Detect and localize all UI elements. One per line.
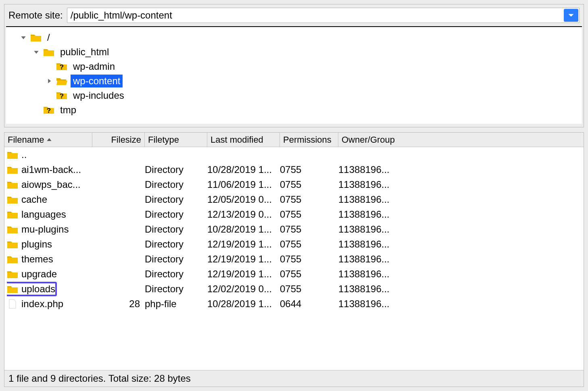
cell-filename: cache xyxy=(7,194,92,205)
filename-text: .. xyxy=(21,149,27,160)
cell-filename: upgrade xyxy=(7,268,92,280)
folder-icon xyxy=(30,33,42,42)
cell-owner: 11388196... xyxy=(338,254,399,265)
cell-lastmodified: 12/05/2019 0... xyxy=(207,194,280,205)
cell-filetype: Directory xyxy=(145,224,207,235)
tree-node-label: wp-content xyxy=(71,75,123,87)
tree-node[interactable]: / xyxy=(6,30,582,45)
path-dropdown-button[interactable] xyxy=(564,9,578,22)
cell-filename: themes xyxy=(7,254,92,265)
tree-node[interactable]: ?wp-includes xyxy=(6,88,582,103)
cell-filetype: Directory xyxy=(145,268,207,280)
table-row[interactable]: pluginsDirectory12/19/2019 1...075511388… xyxy=(4,237,584,252)
disclosure-down-icon[interactable] xyxy=(33,48,40,56)
remote-site-label: Remote site: xyxy=(8,10,63,21)
cell-filesize: 28 xyxy=(92,298,145,310)
cell-lastmodified: 12/13/2019 0... xyxy=(207,209,280,220)
cell-permissions: 0755 xyxy=(280,209,338,220)
folder-icon xyxy=(7,150,18,160)
disclosure-down-icon[interactable] xyxy=(20,34,27,41)
cell-lastmodified: 12/19/2019 1... xyxy=(207,254,280,265)
cell-permissions: 0755 xyxy=(280,164,338,175)
cell-owner: 11388196... xyxy=(338,298,399,310)
cell-permissions: 0755 xyxy=(280,268,338,280)
tree-node[interactable]: public_html xyxy=(6,45,582,59)
cell-filename: index.php xyxy=(7,298,92,310)
status-bar: 1 file and 9 directories. Total size: 28… xyxy=(4,370,584,387)
folder-icon xyxy=(43,47,54,57)
svg-text:?: ? xyxy=(60,92,64,100)
cell-lastmodified: 12/19/2019 1... xyxy=(207,268,280,280)
cell-owner: 11388196... xyxy=(338,194,399,205)
file-list-header: Filename Filesize Filetype Last modified… xyxy=(4,133,584,147)
table-row[interactable]: upgradeDirectory12/19/2019 1...075511388… xyxy=(4,266,584,281)
table-row[interactable]: themesDirectory12/19/2019 1...0755113881… xyxy=(4,252,584,266)
folder-icon xyxy=(7,210,18,219)
filename-text: uploads xyxy=(21,283,55,295)
cell-filename: languages xyxy=(7,209,92,220)
cell-lastmodified: 10/28/2019 1... xyxy=(207,298,280,310)
directory-tree[interactable]: /public_html?wp-adminwp-content?wp-inclu… xyxy=(6,26,582,124)
folder-icon xyxy=(7,284,18,294)
cell-filename: uploads xyxy=(7,282,92,296)
cell-permissions: 0755 xyxy=(280,283,338,295)
filename-text: themes xyxy=(21,254,53,265)
cell-filetype: Directory xyxy=(145,283,207,295)
folder-icon xyxy=(7,239,18,249)
cell-lastmodified: 12/19/2019 1... xyxy=(207,239,280,250)
column-label: Filename xyxy=(8,135,44,145)
disclosure-right-icon[interactable] xyxy=(46,77,53,85)
table-row[interactable]: index.php28php-file10/28/2019 1...064411… xyxy=(4,296,584,311)
tree-node-label: tmp xyxy=(58,104,79,116)
cell-filetype: Directory xyxy=(145,164,207,175)
cell-permissions: 0644 xyxy=(280,298,338,310)
tree-node[interactable]: ?wp-admin xyxy=(6,59,582,74)
folder-question-icon: ? xyxy=(56,62,67,71)
cell-lastmodified: 11/06/2019 1... xyxy=(207,179,280,190)
filename-text: index.php xyxy=(21,298,63,310)
path-row: Remote site: xyxy=(6,6,582,26)
table-row[interactable]: aiowps_bac...Directory11/06/2019 1...075… xyxy=(4,177,584,192)
cell-owner: 11388196... xyxy=(338,283,399,295)
column-label: Last modified xyxy=(211,135,263,145)
folder-icon xyxy=(7,195,18,204)
column-header-permissions[interactable]: Permissions xyxy=(280,133,338,147)
cell-owner: 11388196... xyxy=(338,268,399,280)
cell-filetype: Directory xyxy=(145,209,207,220)
column-header-filesize[interactable]: Filesize xyxy=(92,133,145,147)
folder-icon xyxy=(7,180,18,189)
table-row[interactable]: ai1wm-back...Directory10/28/2019 1...075… xyxy=(4,162,584,177)
table-row[interactable]: mu-pluginsDirectory10/28/2019 1...075511… xyxy=(4,222,584,237)
table-row[interactable]: .. xyxy=(4,147,584,162)
cell-filetype: Directory xyxy=(145,254,207,265)
folder-icon xyxy=(7,165,18,175)
filename-text: ai1wm-back... xyxy=(21,164,81,175)
column-header-filetype[interactable]: Filetype xyxy=(145,133,207,147)
ftp-client-window: Remote site: /public_html?wp-adminwp-con… xyxy=(0,0,588,391)
cell-filename: plugins xyxy=(7,239,92,250)
folder-question-icon: ? xyxy=(43,105,54,115)
column-header-lastmodified[interactable]: Last modified xyxy=(207,133,280,147)
column-header-owner[interactable]: Owner/Group xyxy=(338,133,399,147)
column-label: Filesize xyxy=(111,135,141,145)
path-combobox[interactable] xyxy=(67,8,580,23)
path-input[interactable] xyxy=(67,8,563,23)
column-header-filename[interactable]: Filename xyxy=(4,133,92,147)
sort-ascending-icon xyxy=(46,137,52,143)
chevron-down-icon xyxy=(568,12,574,19)
cell-permissions: 0755 xyxy=(280,224,338,235)
filename-text: aiowps_bac... xyxy=(21,179,81,190)
remote-tree-pane: Remote site: /public_html?wp-adminwp-con… xyxy=(4,4,584,127)
folder-icon xyxy=(7,254,18,264)
table-row[interactable]: cacheDirectory12/05/2019 0...07551138819… xyxy=(4,192,584,207)
table-row[interactable]: languagesDirectory12/13/2019 0...0755113… xyxy=(4,207,584,222)
cell-filetype: Directory xyxy=(145,194,207,205)
table-row[interactable]: uploadsDirectory12/02/2019 0...075511388… xyxy=(4,281,584,296)
filename-text: upgrade xyxy=(21,268,57,280)
cell-filename: .. xyxy=(7,149,92,160)
file-list-pane: Filename Filesize Filetype Last modified… xyxy=(4,132,584,387)
svg-text:?: ? xyxy=(47,107,51,114)
tree-node[interactable]: wp-content xyxy=(6,74,582,88)
file-list-body[interactable]: ..ai1wm-back...Directory10/28/2019 1...0… xyxy=(4,147,584,370)
tree-node[interactable]: ?tmp xyxy=(6,103,582,117)
